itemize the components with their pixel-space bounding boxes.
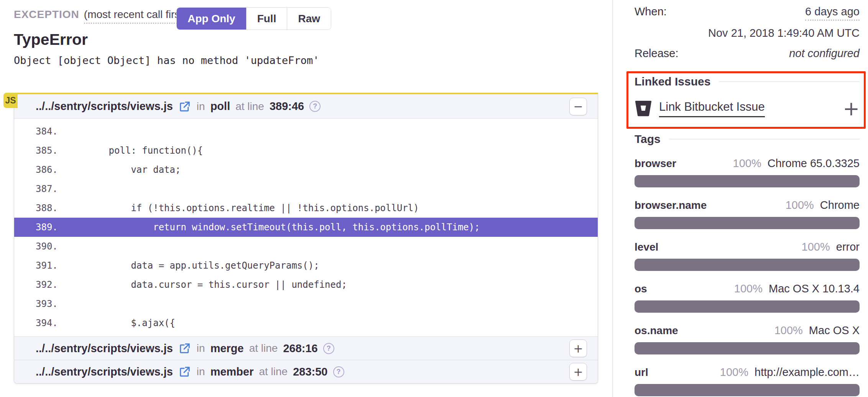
tags-heading: Tags: [635, 133, 860, 146]
heading-rule: [669, 139, 860, 139]
stacktrace-view-toggle: App Only Full Raw: [177, 8, 331, 30]
exception-title: EXCEPTION: [14, 8, 79, 21]
linked-issues-section: Linked Issues Link Bitbucket Issue +: [635, 75, 860, 117]
tag-value: Mac OS X: [809, 324, 860, 337]
tag-distribution-bar: [635, 342, 860, 354]
tag-percent: 100%: [786, 199, 814, 212]
in-label: in: [197, 342, 205, 354]
code-line: 387.: [14, 179, 598, 198]
linked-issues-heading: Linked Issues: [635, 75, 860, 88]
in-label: in: [197, 100, 205, 113]
frame-header-merge[interactable]: ../../sentry/scripts/views.js in merge a…: [14, 336, 598, 360]
tag-item: url100%http://example.com…: [635, 366, 860, 396]
open-source-file-icon[interactable]: [179, 343, 191, 354]
tag-distribution-bar: [635, 259, 860, 271]
tag-item: browser100%Chrome 65.0.3325: [635, 157, 860, 187]
frame-file-path: ../../sentry/scripts/views.js: [36, 366, 173, 378]
code-line: 388. if (!this.options.realtime || !this…: [14, 198, 598, 218]
when-absolute-time: Nov 21, 2018 1:49:40 AM UTC: [635, 27, 860, 39]
tags-section: Tags browser100%Chrome 65.0.3325 browser…: [635, 133, 860, 396]
bitbucket-icon: [635, 100, 652, 117]
tag-percent: 100%: [733, 157, 761, 170]
tag-value: Chrome 65.0.3325: [768, 157, 860, 170]
frame-help-icon[interactable]: ?: [323, 343, 334, 354]
code-line: 393.: [14, 294, 598, 313]
frame-header-poll[interactable]: ../../sentry/scripts/views.js in poll at…: [14, 94, 598, 119]
frame-help-icon[interactable]: ?: [309, 101, 321, 112]
tag-item: browser.name100%Chrome: [635, 199, 860, 229]
open-source-file-icon[interactable]: [179, 366, 191, 377]
tag-distribution-bar: [635, 175, 860, 187]
tag-value: http://example.com…: [755, 366, 860, 379]
tag-name: browser: [635, 157, 676, 170]
tag-distribution-bar: [635, 217, 860, 229]
tag-distribution-bar: [635, 384, 860, 396]
code-line: 390.: [14, 237, 598, 256]
code-line: 385. poll: function(){: [14, 141, 598, 160]
tag-distribution-bar: [635, 300, 860, 313]
link-bitbucket-row: Link Bitbucket Issue +: [635, 100, 860, 117]
at-line-label: at line: [259, 366, 288, 378]
expand-frame-button[interactable]: +: [569, 340, 587, 357]
tag-value: error: [836, 241, 860, 253]
at-line-label: at line: [235, 100, 264, 113]
error-message: Object [object Object] has no method 'up…: [14, 54, 598, 68]
collapse-frame-button[interactable]: −: [569, 98, 587, 115]
frame-line-number: 389:46: [270, 100, 304, 113]
add-linked-issue-button[interactable]: +: [843, 101, 860, 116]
tag-value: Mac OS X 10.13.4: [769, 282, 860, 295]
tag-name: browser.name: [635, 199, 707, 212]
stacktrace-frame-list: JS ../../sentry/scripts/views.js in poll…: [14, 93, 598, 384]
tag-percent: 100%: [720, 366, 748, 379]
tag-item: os100%Mac OS X 10.13.4: [635, 282, 860, 313]
code-line: 392. data.cursor = this.cursor || undefi…: [14, 275, 598, 294]
source-code-context: 384. 385. poll: function(){ 386. var dat…: [14, 119, 598, 336]
code-line: 394. $.ajax({: [14, 313, 598, 333]
when-relative-time[interactable]: 6 days ago: [805, 5, 860, 21]
heading-rule: [719, 81, 860, 82]
at-line-label: at line: [249, 342, 278, 354]
tag-name: level: [635, 241, 658, 253]
tag-item: level100%error: [635, 241, 860, 271]
frame-line-number: 268:16: [283, 342, 317, 355]
code-line: 391. data = app.utils.getQueryParams();: [14, 256, 598, 275]
release-label: Release:: [635, 47, 678, 60]
frame-file-path: ../../sentry/scripts/views.js: [36, 342, 173, 355]
tag-name: os: [635, 283, 647, 295]
when-row: When: 6 days ago: [635, 5, 860, 21]
js-platform-badge: JS: [3, 93, 18, 108]
frame-help-icon[interactable]: ?: [333, 366, 344, 377]
frame-function-name: merge: [210, 342, 244, 355]
tag-name: os.name: [635, 325, 678, 337]
code-line: 384.: [14, 122, 598, 141]
open-source-file-icon[interactable]: [179, 101, 191, 112]
sentry-exception-page: EXCEPTION (most recent call first) App O…: [0, 0, 868, 397]
exception-panel: EXCEPTION (most recent call first) App O…: [0, 0, 612, 397]
crashed-code-line: 389. return window.setTimeout(this.poll,…: [14, 218, 598, 237]
app-only-button[interactable]: App Only: [177, 8, 246, 30]
event-sidebar: When: 6 days ago Nov 21, 2018 1:49:40 AM…: [635, 5, 860, 396]
link-bitbucket-issue-link[interactable]: Link Bitbucket Issue: [659, 100, 765, 117]
release-row: Release: not configured: [635, 47, 860, 60]
tag-name: url: [635, 366, 648, 379]
raw-button[interactable]: Raw: [287, 8, 331, 30]
expand-frame-button[interactable]: +: [569, 363, 587, 381]
tag-item: os.name100%Mac OS X: [635, 324, 860, 354]
full-button[interactable]: Full: [246, 8, 287, 30]
tag-percent: 100%: [734, 282, 763, 295]
code-line: 386. var data;: [14, 160, 598, 179]
frame-function-name: member: [210, 366, 254, 378]
panel-divider: [612, 0, 613, 397]
frame-function-name: poll: [210, 100, 230, 113]
tag-value: Chrome: [820, 199, 860, 212]
in-label: in: [197, 366, 205, 378]
tag-percent: 100%: [802, 241, 830, 253]
release-not-configured-link[interactable]: not configured: [789, 47, 860, 60]
when-label: When:: [635, 5, 667, 18]
tag-percent: 100%: [774, 324, 803, 337]
frame-header-member[interactable]: ../../sentry/scripts/views.js in member …: [14, 360, 598, 383]
frame-line-number: 283:50: [293, 366, 327, 378]
error-type: TypeError: [14, 31, 598, 49]
call-order-toggle[interactable]: (most recent call first): [84, 8, 187, 24]
frame-file-path: ../../sentry/scripts/views.js: [36, 100, 173, 113]
